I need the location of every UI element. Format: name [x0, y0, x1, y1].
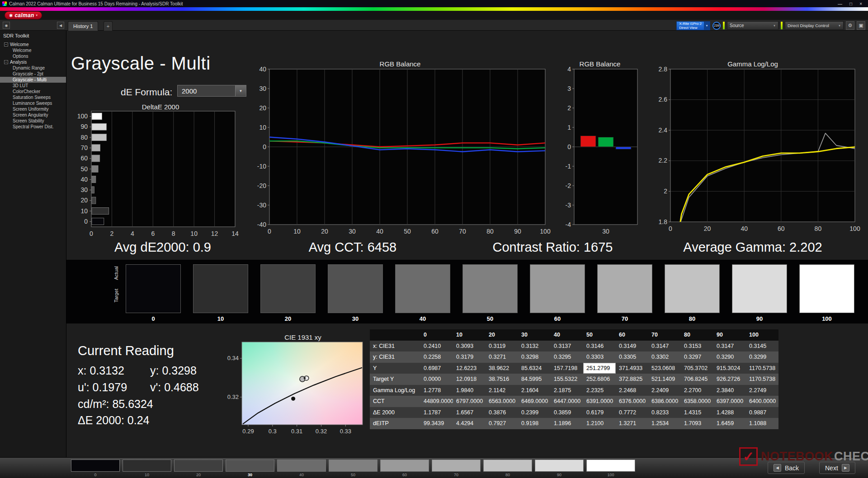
- collapse-sidebar-button[interactable]: ◀: [57, 22, 64, 29]
- table-cell[interactable]: 0.2258: [420, 351, 453, 363]
- table-cell[interactable]: 0.3146: [583, 341, 616, 352]
- table-cell[interactable]: 0.3149: [616, 341, 648, 352]
- table-cell[interactable]: 2.1875: [551, 385, 583, 396]
- level-chip-90[interactable]: [535, 459, 584, 472]
- level-chip-80[interactable]: [483, 459, 532, 472]
- display-screen-button[interactable]: ▣: [857, 21, 865, 30]
- table-cell[interactable]: 0.3295: [551, 351, 583, 363]
- table-cell[interactable]: 521.1409: [648, 374, 681, 385]
- table-cell[interactable]: 6386.0000: [648, 396, 681, 407]
- display-control-dropdown[interactable]: Direct Display Control ▼: [785, 21, 844, 30]
- table-cell[interactable]: 0.3132: [518, 341, 551, 352]
- table-cell[interactable]: 1.3271: [616, 418, 648, 429]
- table-cell[interactable]: 0.3876: [486, 407, 518, 418]
- table-cell[interactable]: 6563.0000: [486, 396, 518, 407]
- table-cell[interactable]: 2.2468: [616, 385, 648, 396]
- level-chip-0[interactable]: [71, 459, 120, 472]
- table-cell[interactable]: 0.9887: [746, 407, 778, 418]
- table-cell[interactable]: 0.3302: [648, 351, 681, 363]
- table-cell[interactable]: 0.3297: [681, 351, 713, 363]
- table-cell[interactable]: 0.3305: [616, 351, 648, 363]
- table-cell[interactable]: 0.9198: [518, 418, 551, 429]
- table-cell[interactable]: 6391.0000: [583, 396, 616, 407]
- table-cell[interactable]: 0.2410: [420, 341, 453, 352]
- table-cell[interactable]: 0.6179: [583, 407, 616, 418]
- table-cell[interactable]: 2.2409: [648, 385, 681, 396]
- level-chip-60[interactable]: [380, 459, 429, 472]
- table-cell[interactable]: 0.3303: [583, 351, 616, 363]
- table-cell[interactable]: 0.6987: [420, 363, 453, 374]
- minimize-button[interactable]: —: [838, 1, 842, 6]
- source-dropdown[interactable]: Source ▼: [727, 21, 778, 30]
- table-cell[interactable]: 0.7927: [486, 418, 518, 429]
- table-cell[interactable]: 44809.0000: [420, 396, 453, 407]
- table-cell[interactable]: 6447.0000: [551, 396, 583, 407]
- table-cell[interactable]: 0.3147: [648, 341, 681, 352]
- table-cell[interactable]: 0.3153: [681, 341, 713, 352]
- table-cell[interactable]: 0.3119: [486, 341, 518, 352]
- level-chip-50[interactable]: [329, 459, 377, 472]
- table-cell[interactable]: 372.8825: [616, 374, 648, 385]
- table-cell[interactable]: 1.1896: [551, 418, 583, 429]
- table-cell[interactable]: 0.8233: [648, 407, 681, 418]
- level-chip-20[interactable]: [174, 459, 223, 472]
- table-cell[interactable]: 0.3271: [486, 351, 518, 363]
- table-cell[interactable]: 1.2778: [420, 385, 453, 396]
- table-cell[interactable]: 84.5995: [518, 374, 551, 385]
- calman-menu-button[interactable]: ✱ calman ▾: [5, 11, 42, 19]
- table-cell[interactable]: 2.3840: [713, 385, 746, 396]
- table-cell[interactable]: 915.3024: [713, 363, 746, 374]
- table-cell[interactable]: 1170.5738: [746, 363, 778, 374]
- table-cell[interactable]: 155.5322: [551, 374, 583, 385]
- table-cell[interactable]: 99.3439: [420, 418, 453, 429]
- table-cell[interactable]: 157.7198: [551, 363, 583, 374]
- table-cell[interactable]: 523.0608: [648, 363, 681, 374]
- table-cell[interactable]: 2.2749: [746, 385, 778, 396]
- table-cell[interactable]: 2.2700: [681, 385, 713, 396]
- table-cell[interactable]: 0.3179: [453, 351, 486, 363]
- table-cell[interactable]: 6397.0000: [713, 396, 746, 407]
- table-cell[interactable]: 0.3299: [746, 351, 778, 363]
- level-chip-10[interactable]: [123, 459, 171, 472]
- table-cell[interactable]: 0.0000: [420, 374, 453, 385]
- table-cell[interactable]: 1.4315: [681, 407, 713, 418]
- table-cell[interactable]: 1.2100: [583, 418, 616, 429]
- level-chip-30[interactable]: [226, 459, 274, 472]
- table-cell[interactable]: 6376.0000: [616, 396, 648, 407]
- table-cell[interactable]: 12.0918: [453, 374, 486, 385]
- table-cell[interactable]: 0.7772: [616, 407, 648, 418]
- level-chip-100[interactable]: [586, 459, 635, 472]
- table-cell[interactable]: 706.8245: [681, 374, 713, 385]
- table-cell[interactable]: 2.1142: [486, 385, 518, 396]
- table-cell[interactable]: 1.9840: [453, 385, 486, 396]
- table-cell[interactable]: 6469.0000: [518, 396, 551, 407]
- table-cell-selected[interactable]: 251.2799: [583, 363, 616, 374]
- table-cell[interactable]: 0.3145: [746, 341, 778, 352]
- add-tab-button[interactable]: +: [104, 21, 113, 31]
- table-cell[interactable]: 85.6324: [518, 363, 551, 374]
- table-cell[interactable]: 1.6459: [713, 418, 746, 429]
- table-cell[interactable]: 6400.0000: [746, 396, 778, 407]
- table-cell[interactable]: 6358.0000: [681, 396, 713, 407]
- table-cell[interactable]: 12.6223: [453, 363, 486, 374]
- settings-gear-button[interactable]: ⚙: [846, 21, 854, 30]
- level-chip-70[interactable]: [432, 459, 481, 472]
- table-cell[interactable]: 0.3298: [518, 351, 551, 363]
- table-cell[interactable]: 0.3859: [551, 407, 583, 418]
- table-cell[interactable]: 1.1088: [746, 418, 778, 429]
- table-cell[interactable]: 371.4933: [616, 363, 648, 374]
- close-button[interactable]: ×: [859, 1, 862, 6]
- table-cell[interactable]: 1.6567: [453, 407, 486, 418]
- table-cell[interactable]: 0.3137: [551, 341, 583, 352]
- maximize-button[interactable]: □: [849, 1, 852, 6]
- table-cell[interactable]: 0.2399: [518, 407, 551, 418]
- table-cell[interactable]: 1170.5738: [746, 374, 778, 385]
- meter-button[interactable]: X-Rite i1Pro 2 Direct View ▾: [676, 21, 710, 30]
- table-cell[interactable]: 0.3290: [713, 351, 746, 363]
- table-cell[interactable]: 1.4288: [713, 407, 746, 418]
- table-cell[interactable]: 1.1787: [420, 407, 453, 418]
- table-cell[interactable]: 2.1604: [518, 385, 551, 396]
- table-cell[interactable]: 4.4294: [453, 418, 486, 429]
- table-cell[interactable]: 705.3702: [681, 363, 713, 374]
- table-cell[interactable]: 2.2325: [583, 385, 616, 396]
